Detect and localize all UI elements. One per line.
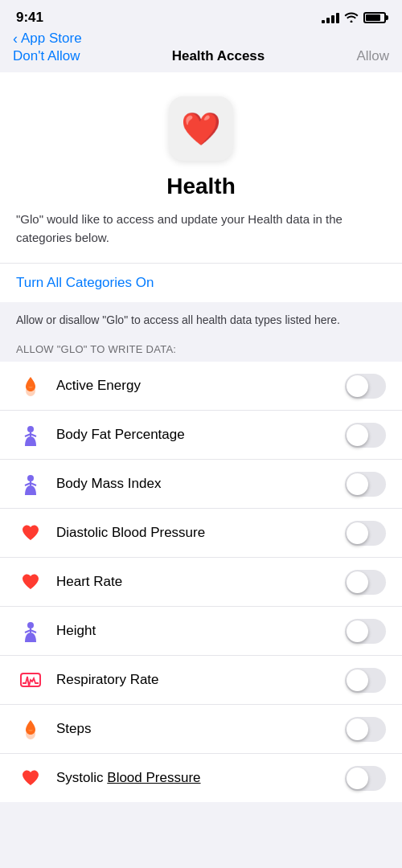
svg-line-3 xyxy=(25,434,31,436)
heart-rate-toggle[interactable] xyxy=(345,570,386,595)
svg-point-5 xyxy=(27,475,34,481)
desc-text: Allow or disallow "Glo" to access all he… xyxy=(16,312,386,329)
back-label: App Store xyxy=(21,31,82,47)
svg-line-8 xyxy=(31,483,36,485)
list-item: Diastolic Blood Pressure xyxy=(0,509,402,558)
diastolic-label: Diastolic Blood Pressure xyxy=(56,525,345,541)
steps-icon xyxy=(16,714,45,743)
signal-icon xyxy=(322,13,339,23)
heart-rate-icon xyxy=(16,567,45,596)
respiratory-rate-toggle[interactable] xyxy=(345,668,386,693)
body-mass-label: Body Mass Index xyxy=(56,476,345,492)
systolic-icon xyxy=(16,764,45,792)
battery-icon xyxy=(363,12,386,23)
health-items-list: Active Energy Body Fat Percentage xyxy=(0,362,402,802)
status-time: 9:41 xyxy=(16,10,43,26)
body-fat-icon xyxy=(16,420,45,449)
turn-all-button[interactable]: Turn All Categories On xyxy=(16,275,154,291)
allow-button[interactable]: Allow xyxy=(356,48,389,64)
list-item: Heart Rate xyxy=(0,558,402,607)
desc-section: Allow or disallow "Glo" to access all he… xyxy=(0,302,402,329)
steps-toggle[interactable] xyxy=(345,717,386,742)
body-mass-toggle[interactable] xyxy=(345,472,386,497)
systolic-label: Systolic Blood Pressure xyxy=(56,770,345,786)
svg-point-1 xyxy=(27,426,34,432)
svg-point-9 xyxy=(27,622,34,628)
svg-line-11 xyxy=(25,630,31,633)
body-fat-toggle[interactable] xyxy=(345,423,386,448)
body-mass-icon xyxy=(16,469,45,498)
list-item: Steps xyxy=(0,705,402,754)
app-description: "Glo" would like to access and update yo… xyxy=(16,211,386,247)
dont-allow-button[interactable]: Don't Allow xyxy=(13,48,80,64)
app-section: ❤️ Health "Glo" would like to access and… xyxy=(0,72,402,263)
section-header: ALLOW "GLO" TO WRITE DATA: xyxy=(0,329,402,362)
status-bar: 9:41 xyxy=(0,0,402,29)
list-item: Body Fat Percentage xyxy=(0,411,402,460)
diastolic-toggle[interactable] xyxy=(345,521,386,546)
active-energy-label: Active Energy xyxy=(56,378,345,394)
diastolic-icon xyxy=(16,518,45,547)
nav-title: Health Access xyxy=(172,48,265,64)
list-item: Respiratory Rate xyxy=(0,656,402,705)
steps-label: Steps xyxy=(56,721,345,737)
app-name: Health xyxy=(166,174,236,199)
wifi-icon xyxy=(344,11,359,25)
svg-line-7 xyxy=(25,483,31,485)
health-heart-icon: ❤️ xyxy=(181,110,221,148)
height-label: Height xyxy=(56,623,345,639)
height-toggle[interactable] xyxy=(345,619,386,644)
list-item: Systolic Blood Pressure xyxy=(0,754,402,802)
list-item: Active Energy xyxy=(0,362,402,411)
respiratory-rate-icon xyxy=(16,665,45,694)
back-button[interactable]: ‹ App Store xyxy=(13,31,389,47)
height-icon xyxy=(16,616,45,645)
status-icons xyxy=(322,11,386,25)
systolic-toggle[interactable] xyxy=(345,766,386,791)
heart-rate-label: Heart Rate xyxy=(56,574,345,590)
active-energy-toggle[interactable] xyxy=(345,374,386,399)
svg-line-12 xyxy=(31,630,36,633)
body-fat-label: Body Fat Percentage xyxy=(56,427,345,443)
svg-line-4 xyxy=(31,434,36,436)
app-icon: ❤️ xyxy=(169,96,233,161)
list-item: Body Mass Index xyxy=(0,460,402,509)
back-chevron-icon: ‹ xyxy=(13,31,18,46)
nav-bar: Don't Allow Health Access Allow xyxy=(0,47,402,72)
back-bar: ‹ App Store xyxy=(0,29,402,47)
active-energy-icon xyxy=(16,371,45,400)
list-item: Height xyxy=(0,607,402,656)
respiratory-rate-label: Respiratory Rate xyxy=(56,672,345,688)
turn-all-section: Turn All Categories On xyxy=(0,263,402,302)
